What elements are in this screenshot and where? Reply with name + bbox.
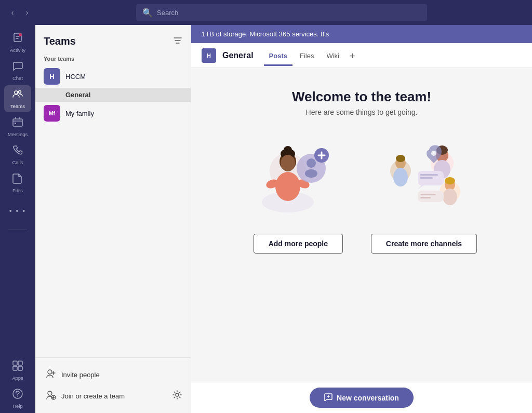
svg-point-15 xyxy=(48,391,52,395)
svg-point-23 xyxy=(281,155,295,171)
join-create-team-button[interactable]: Join or create a team xyxy=(44,385,172,407)
calls-icon xyxy=(12,144,23,158)
new-conversation-label: New conversation xyxy=(337,394,399,402)
svg-point-42 xyxy=(445,177,455,184)
create-channels-card: Create more channels xyxy=(371,132,477,254)
search-icon: 🔍 xyxy=(142,8,153,18)
add-people-illustration xyxy=(246,132,350,225)
top-bar: ‹ › 🔍 xyxy=(0,0,532,25)
search-bar: 🔍 xyxy=(136,4,427,21)
back-button[interactable]: ‹ xyxy=(6,6,19,19)
create-more-channels-button[interactable]: Create more channels xyxy=(371,234,477,254)
channel-name: General xyxy=(222,51,254,60)
svg-rect-47 xyxy=(418,191,444,202)
team-avatar-hccm: H xyxy=(44,68,60,85)
your-teams-label: Your teams xyxy=(35,51,191,65)
bottom-bar: New conversation xyxy=(191,382,532,413)
svg-rect-48 xyxy=(420,194,436,195)
sidebar-item-activity[interactable]: Activity xyxy=(4,29,31,56)
create-channels-illustration xyxy=(372,132,476,225)
svg-rect-4 xyxy=(13,119,22,126)
sidebar-item-apps[interactable]: Apps xyxy=(4,357,31,384)
files-icon xyxy=(12,172,23,186)
svg-point-43 xyxy=(431,151,436,156)
invite-people-button[interactable]: Invite people xyxy=(44,364,182,385)
svg-rect-8 xyxy=(13,366,17,370)
nav-arrows: ‹ › xyxy=(6,6,33,19)
svg-point-22 xyxy=(284,146,292,154)
svg-point-3 xyxy=(19,91,21,94)
svg-point-41 xyxy=(443,189,457,205)
tab-wiki[interactable]: Wiki xyxy=(321,45,344,66)
team-avatar-my-family: Mf xyxy=(44,105,60,122)
new-conversation-button[interactable]: New conversation xyxy=(310,388,414,408)
svg-rect-5 xyxy=(15,123,16,124)
svg-point-28 xyxy=(307,158,316,168)
sidebar-item-files[interactable]: Files xyxy=(4,169,31,196)
team-name-my-family: My family xyxy=(65,110,168,117)
sidebar-item-calls[interactable]: Calls xyxy=(4,141,31,168)
add-more-people-button[interactable]: Add more people xyxy=(254,234,343,254)
team-item-hccm[interactable]: H HCCM ••• xyxy=(35,65,191,88)
svg-rect-46 xyxy=(420,177,433,179)
sidebar-item-teams[interactable]: Teams xyxy=(4,85,31,112)
teams-panel-footer: Invite people Join or create a team xyxy=(35,357,191,413)
sidebar-item-more[interactable]: • • • xyxy=(4,197,31,224)
search-input[interactable] xyxy=(157,9,421,17)
forward-button[interactable]: › xyxy=(21,6,33,19)
teams-panel: Teams Your teams H HCCM ••• General Mf M… xyxy=(35,25,191,413)
more-icon: • • • xyxy=(9,207,26,215)
team-item-my-family[interactable]: Mf My family ••• xyxy=(35,102,191,125)
filter-icon[interactable] xyxy=(173,36,182,47)
settings-icon[interactable] xyxy=(172,390,182,403)
svg-rect-9 xyxy=(18,366,22,370)
add-people-card: Add more people xyxy=(246,132,350,254)
meetings-icon xyxy=(12,116,23,130)
new-conversation-icon xyxy=(324,393,332,403)
svg-point-24 xyxy=(275,172,300,201)
svg-rect-45 xyxy=(420,174,438,176)
add-tab-button[interactable]: + xyxy=(347,47,358,64)
svg-rect-6 xyxy=(13,361,17,365)
svg-point-1 xyxy=(19,33,22,36)
teams-panel-title: Teams xyxy=(44,35,76,47)
files-label: Files xyxy=(12,188,23,193)
help-icon xyxy=(12,388,23,402)
sidebar-item-chat[interactable]: Chat xyxy=(4,57,31,84)
join-create-icon xyxy=(46,390,56,403)
welcome-title: Welcome to the team! xyxy=(292,89,431,105)
main-layout: Activity Chat Teams xyxy=(0,25,532,413)
svg-point-2 xyxy=(15,91,18,94)
team-name-hccm: HCCM xyxy=(65,73,168,81)
svg-point-17 xyxy=(176,393,179,396)
activity-icon xyxy=(12,32,23,46)
invite-people-label: Invite people xyxy=(61,371,100,379)
chat-icon xyxy=(12,60,23,74)
tab-files[interactable]: Files xyxy=(295,45,319,66)
teams-icon xyxy=(12,88,23,102)
channel-tabs: Posts Files Wiki + xyxy=(264,45,358,66)
apps-icon xyxy=(12,360,23,374)
main-content: 1TB of storage. Microsoft 365 services. … xyxy=(191,25,532,413)
channel-item-general[interactable]: General xyxy=(35,88,191,102)
join-create-label: Join or create a team xyxy=(61,392,125,400)
tab-posts[interactable]: Posts xyxy=(264,45,292,66)
sidebar-item-meetings[interactable]: Meetings xyxy=(4,113,31,140)
svg-point-34 xyxy=(396,155,405,162)
channel-header: H General Posts Files Wiki + xyxy=(191,43,532,68)
sidebar-item-help[interactable]: Help xyxy=(4,385,31,412)
apps-label: Apps xyxy=(12,375,23,381)
footer-row: Join or create a team xyxy=(44,385,182,407)
svg-point-14 xyxy=(48,370,52,374)
svg-rect-7 xyxy=(18,361,22,365)
activity-label: Activity xyxy=(10,47,25,53)
svg-point-33 xyxy=(393,168,408,186)
promo-banner: 1TB of storage. Microsoft 365 services. … xyxy=(191,25,532,43)
svg-rect-49 xyxy=(420,197,431,198)
teams-panel-header: Teams xyxy=(35,25,191,51)
calls-label: Calls xyxy=(12,159,23,165)
chat-label: Chat xyxy=(12,75,23,81)
welcome-subtitle: Here are some things to get going. xyxy=(306,108,418,116)
welcome-cards: Add more people xyxy=(246,132,477,254)
invite-people-icon xyxy=(46,368,56,381)
